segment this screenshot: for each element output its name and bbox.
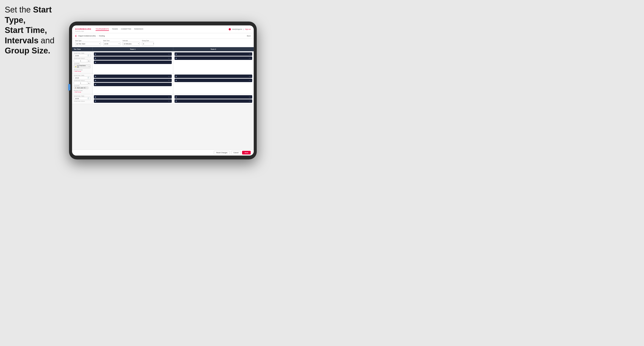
player-x-4-1[interactable]: × ○ — [249, 76, 251, 77]
intervals-select[interactable]: 10 Minutes 8 Minutes 12 Minutes — [122, 42, 140, 46]
player-input-1-2[interactable] — [97, 57, 168, 59]
course-icon-2: 🏌 — [75, 87, 76, 89]
player-x-5-1[interactable]: × ○ — [168, 96, 170, 98]
add-group-2[interactable]: + Add Group — [74, 91, 90, 93]
player-x-5-2[interactable]: × ○ — [168, 100, 170, 102]
player-x-2-2[interactable]: × ○ — [249, 57, 251, 59]
tournament-name[interactable]: Clippd Invitational (Me) — [78, 35, 96, 37]
course-icon-1: ⛳ — [75, 66, 76, 67]
player-row-2-2: × ○ — [174, 56, 252, 60]
nav-link-committee[interactable]: COMMITTEE — [121, 27, 131, 31]
player-input-2-2[interactable] — [177, 57, 248, 59]
group-size-select[interactable]: 3 2 4 — [142, 42, 154, 46]
separator: | — [243, 28, 244, 30]
nav-right: blair@clippd.ie | Sign out — [229, 28, 251, 30]
player-input-5-1[interactable] — [97, 96, 168, 98]
stepper-up-1[interactable]: ▲ — [87, 59, 90, 62]
starting-hole-label-2: STARTING HOLE: — [74, 80, 90, 81]
player-input-4-1[interactable] — [177, 76, 248, 77]
add-group-1[interactable]: + Add Group — [74, 71, 90, 72]
start-time-group: Start Time 10:00 09:00 11:00 — [103, 40, 120, 46]
th-team2: Team 2 — [173, 47, 254, 51]
team1-cell-3: × ○ × ○ — [92, 94, 173, 104]
clock-icon-1: 🕐 — [88, 55, 89, 56]
reset-changes-button[interactable]: Reset Changes — [214, 151, 230, 155]
player-dot-3-2 — [95, 80, 96, 81]
player-input-6-1[interactable] — [177, 96, 248, 98]
player-row-2-1: × ○ — [174, 52, 252, 56]
course-tag-remove-2[interactable]: × — [86, 87, 87, 89]
player-x-6-2[interactable]: × ○ — [249, 100, 251, 102]
player-x-3-2[interactable]: × ○ — [168, 80, 170, 81]
team2-cell-3: × ○ × ○ — [173, 94, 254, 104]
player-input-4-2[interactable] — [177, 80, 248, 81]
side-tab — [68, 84, 70, 90]
player-x-1-2[interactable]: × ○ — [168, 57, 170, 59]
course-name-2: East Lake GC — [77, 87, 86, 89]
start-time-select[interactable]: 10:00 09:00 11:00 — [103, 42, 120, 46]
cancel-button[interactable]: Cancel — [231, 151, 241, 155]
player-x-6-1[interactable]: × ○ — [249, 96, 251, 98]
player-row-4-2: × ○ — [174, 79, 252, 82]
footer-bar: Reset Changes Cancel Save — [72, 150, 254, 156]
player-dot-4-2 — [176, 80, 177, 81]
player-input-3-1[interactable] — [97, 76, 168, 77]
action-links-2: Remove Group + Add Group — [74, 90, 90, 93]
remove-group-1[interactable]: Remove Group — [74, 69, 90, 70]
stepper-up-2[interactable]: ▲ — [87, 82, 90, 84]
start-type-select[interactable]: 1st Tee Start Shotgun Start — [75, 42, 101, 46]
logo-sub: Powered by clippd — [75, 31, 91, 32]
sign-out-link[interactable]: Sign out — [245, 28, 251, 30]
instruction-and: and — [38, 36, 54, 45]
player-x-3-1[interactable]: × ○ — [168, 76, 170, 77]
player-input-2-1[interactable] — [177, 53, 248, 55]
starting-hole-stepper-1: 1 ▲ — [74, 59, 90, 62]
start-type-label: Start Type — [75, 40, 101, 41]
controls-row: Start Type 1st Tee Start Shotgun Start S… — [72, 39, 254, 47]
logo-text: SCOREBOARD — [75, 28, 91, 30]
intervals-select-wrapper: 10 Minutes 8 Minutes 12 Minutes — [122, 42, 140, 46]
player-row-3-1: × ○ — [94, 75, 172, 78]
player-dot-5-1 — [95, 97, 96, 98]
course-tag-remove-1[interactable]: × — [89, 66, 90, 67]
sub-header-left: C Clippd Invitational (Me) › Hosting — [75, 35, 105, 37]
team1-cell-1: × ○ × ○ — [92, 51, 173, 73]
instruction-block: Set the Start Type, Start Time, Interval… — [5, 5, 70, 56]
course-name-1: (A) Peachtree GC — [77, 65, 88, 68]
nav-link-rankings[interactable]: RANKINGS — [134, 27, 143, 31]
back-button[interactable]: Back — [247, 35, 251, 37]
player-x-1-1[interactable]: × ○ — [168, 53, 170, 55]
player-row-6-2: × ○ — [174, 99, 252, 103]
course-tag-wrapper-1: ⛳ (A) Peachtree GC × — [74, 64, 90, 69]
start-time-label: Start Time — [103, 40, 120, 41]
player-dot-6-1 — [176, 97, 177, 98]
player-input-3-2[interactable] — [97, 80, 168, 81]
player-x-2-1[interactable]: × ○ — [249, 53, 251, 55]
player-row-4-1: × ○ — [174, 75, 252, 78]
save-button[interactable]: Save — [242, 151, 251, 155]
starting-hole-label-3: STARTING HOLE: — [74, 101, 90, 102]
player-input-6-2[interactable] — [177, 100, 248, 102]
player-input-1-3[interactable] — [97, 62, 171, 63]
tee-info-1: STARTING TIME: 10:00 🕐 STARTING HOLE: 1 … — [72, 51, 92, 73]
player-dot-3-1 — [95, 76, 96, 77]
th-tee-time: Tee Time — [72, 47, 92, 51]
instruction-bold2: Start Time, — [5, 26, 47, 35]
tablet-screen: SCOREBOARD Powered by clippd TOURNAMENTS… — [72, 25, 254, 156]
player-input-3-3[interactable] — [97, 84, 171, 85]
player-input-5-2[interactable] — [97, 100, 168, 102]
player-input-1-1[interactable] — [97, 53, 168, 55]
instruction-group-size: Group Size. — [5, 46, 50, 55]
team2-cell-1: × ○ × ○ — [173, 51, 254, 73]
intervals-group: Intervals 10 Minutes 8 Minutes 12 Minute… — [122, 40, 140, 46]
course-tag-1: ⛳ (A) Peachtree GC × — [74, 64, 90, 68]
sub-header-c-icon: C — [75, 35, 77, 37]
remove-group-2[interactable]: Remove Group — [74, 90, 90, 91]
nav-link-teams[interactable]: TEAMS — [112, 27, 118, 31]
player-x-4-2[interactable]: × ○ — [249, 80, 251, 81]
starting-time-label-2: STARTING TIME: — [74, 75, 90, 76]
player-row-5-1: × ○ — [94, 95, 172, 99]
starting-time-label-3: STARTING TIME: — [74, 95, 90, 97]
nav-link-tournaments[interactable]: TOURNAMENTS — [96, 27, 109, 31]
team1-cell-2: × ○ × ○ — [92, 73, 173, 94]
